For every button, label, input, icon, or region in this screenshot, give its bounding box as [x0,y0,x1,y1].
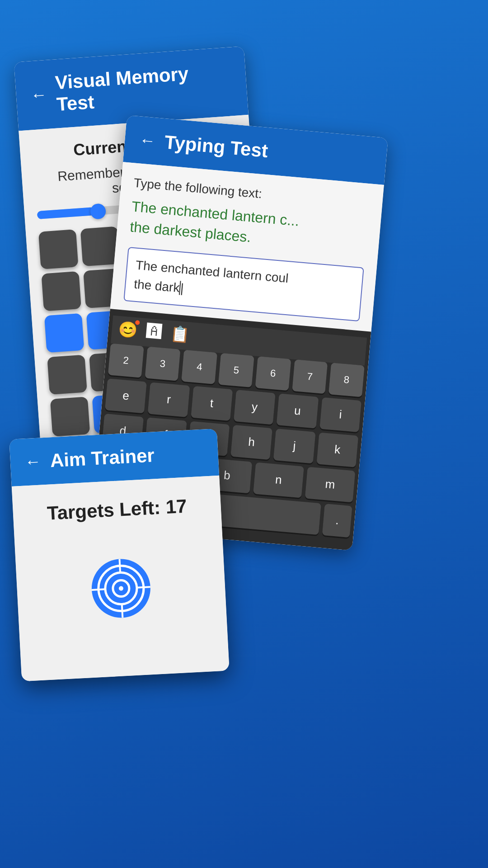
svg-line-5 [119,559,120,573]
key-i[interactable]: i [319,397,361,432]
aim-card-title: Aim Trainer [50,444,155,472]
key-e[interactable]: e [105,378,147,413]
target-icon [88,555,154,623]
notification-dot [135,320,140,325]
key-r[interactable]: r [148,382,190,417]
emoji-icon[interactable]: 😊 [117,320,138,340]
key-8[interactable]: 8 [328,363,365,397]
grid-cell-5[interactable] [41,271,81,311]
key-3[interactable]: 3 [145,346,181,381]
svg-line-8 [137,587,150,588]
typing-back-button[interactable]: ← [139,130,157,151]
key-period[interactable]: . [322,504,352,538]
key-j[interactable]: j [273,429,315,463]
grid-cell-10[interactable] [44,313,84,353]
key-2[interactable]: 2 [108,343,144,377]
key-6[interactable]: 6 [255,356,291,391]
visual-back-button[interactable]: ← [30,85,47,105]
key-y[interactable]: y [234,390,276,425]
aim-card-body: Targets Left: 17 [12,476,230,681]
grid-cell-20[interactable] [50,396,90,436]
svg-line-7 [92,589,105,590]
grid-cell-0[interactable] [38,229,78,269]
typing-card-body: Type the following text: The enchanted l… [110,162,384,331]
key-7[interactable]: 7 [292,359,328,394]
progress-thumb [90,203,106,219]
target-svg [88,555,154,622]
key-5[interactable]: 5 [218,353,254,387]
targets-count: Targets Left: 17 [47,495,188,524]
text-icon[interactable]: 🅰 [145,322,162,341]
key-4[interactable]: 4 [182,349,218,384]
key-u[interactable]: u [277,393,319,428]
key-k[interactable]: k [316,432,358,467]
key-m[interactable]: m [305,467,355,502]
clipboard-icon[interactable]: 📋 [170,324,190,344]
progress-fill [37,207,95,219]
key-t[interactable]: t [191,386,233,420]
aim-trainer-card: ← Aim Trainer Targets Left: 17 [9,429,229,681]
key-n[interactable]: n [253,462,304,498]
aim-back-button[interactable]: ← [24,452,42,472]
key-h[interactable]: h [230,425,272,459]
text-cursor: | [179,281,184,295]
typing-card-title: Typing Test [164,131,269,162]
svg-line-6 [122,604,123,618]
typing-input[interactable]: The enchanted lantern coulthe dark| [123,247,364,321]
grid-cell-15[interactable] [47,355,87,395]
visual-card-title: Visual Memory Test [54,60,233,115]
